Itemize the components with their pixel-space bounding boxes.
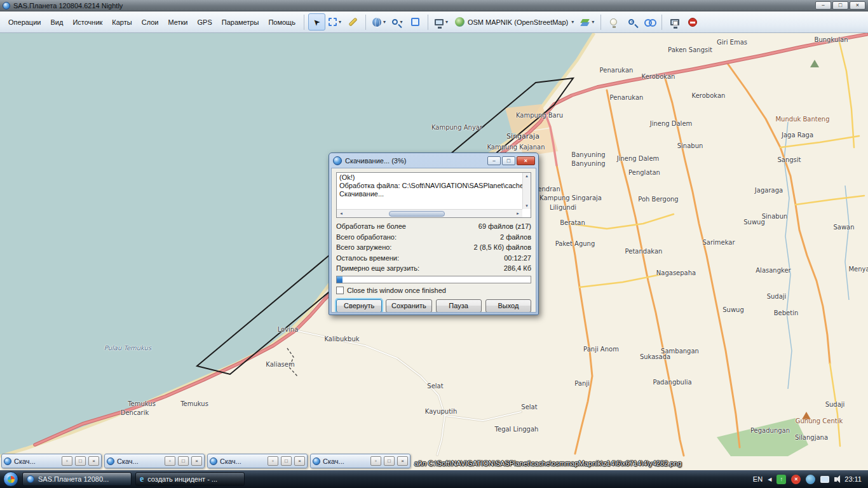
fullscreen-button[interactable] [407,13,424,30]
menu-item[interactable]: Слои [137,15,163,29]
collapse-button[interactable]: Свернуть [336,299,382,313]
download-dialog-title: Скачивание... (3%) [345,157,406,165]
link-button[interactable] [641,13,658,30]
menu-item[interactable]: GPS [193,15,217,29]
minimized-download-window[interactable]: Скач... ▫ □ × [310,454,410,468]
pause-button[interactable]: Пауза [436,299,482,313]
maximize-button[interactable]: □ [281,456,292,466]
map-place-label: Sudaji [825,401,845,408]
layers-icon [581,18,590,26]
minimized-download-window[interactable]: Скач... ▫ □ × [207,454,308,468]
status-log-text: айл C:\Soft\NAVIGATION\SASPlanet\cache\o… [414,459,682,467]
map-place-label: Jineng Dalem [650,120,693,127]
log-line: Скачивание... [339,190,521,198]
tray-display-icon[interactable] [820,476,829,483]
fill-map-button[interactable]: ▾ [432,13,451,30]
tray-network-icon[interactable] [806,475,815,484]
start-button[interactable] [3,471,18,487]
menu-item[interactable]: Вид [46,15,67,29]
maximize-button[interactable]: □ [178,456,189,466]
separator [600,15,601,30]
search-button[interactable]: ▾ [389,13,406,30]
maximize-button[interactable]: □ [832,1,848,10]
exit-button[interactable]: Выход [485,299,531,313]
scroll-left-icon[interactable]: ◄ [337,212,346,215]
save-button[interactable]: Сохранить [386,299,431,313]
show-hidden-icons-icon[interactable]: ◀ [768,477,771,482]
scrollbar-thumb[interactable] [389,211,445,217]
offline-mode-button[interactable] [684,13,701,30]
zoom-plus-icon [628,19,634,25]
tray-alert-icon[interactable]: × [791,475,801,484]
map-place-label: Sukasada [640,353,670,360]
close-button[interactable]: × [397,456,408,466]
dialog-maximize-button[interactable]: □ [502,156,515,165]
download-dialog-titlebar[interactable]: Скачивание... (3%) − □ × [331,155,536,168]
chevron-down-icon: ▾ [592,19,594,25]
stat-label: Примерно еще загрузить: [336,264,419,272]
close-when-finished-option[interactable]: Close this window once finished [336,286,531,295]
scroll-up-icon[interactable]: ▲ [525,174,529,178]
menu-item[interactable]: Параметры [217,15,264,29]
maximize-button[interactable]: □ [384,456,395,466]
zoom-in-button[interactable] [623,13,640,30]
tray-volume-icon[interactable] [834,477,837,482]
log-vertical-scrollbar[interactable]: ▲ ▼ [522,173,531,209]
selection-tool-button[interactable]: ▾ [326,13,344,30]
minimized-download-window[interactable]: Скач... ▫ □ × [1,454,102,468]
menu-item[interactable]: Операции [4,15,45,29]
map-place-label: Temukus [180,400,208,407]
clock[interactable]: 23:11 [844,475,862,483]
cached-view-button[interactable] [666,13,683,30]
layers-button[interactable]: ▾ [578,13,597,30]
close-when-finished-checkbox[interactable] [336,287,344,294]
close-button[interactable]: × [294,456,305,466]
taskbar-item-browser[interactable]: e создать инцидент - ... [135,472,245,486]
dialog-close-button[interactable]: × [517,156,535,165]
download-log[interactable]: (Ok!)Обработка файла: C:\Soft\NAVIGATION… [336,172,531,218]
map-place-label: Sawan [833,224,854,231]
taskbar-item-label: создать инцидент - ... [147,475,217,483]
pan-tool-button[interactable]: ➤ [308,13,325,30]
sas-planet-icon [4,458,11,465]
map-place-label: Kayuputih [425,408,458,415]
map-place-label: Jaga Raga [782,132,813,139]
close-button[interactable]: × [88,456,99,466]
map-source-select[interactable]: OSM MAPNIK (OpenStreetMap) ▾ [451,15,578,29]
stat-value: 2 файлов [500,233,531,241]
close-button[interactable]: × [850,1,865,10]
go-to-button[interactable]: ▾ [370,13,388,30]
measure-tool-button[interactable] [344,13,362,30]
menu-item[interactable]: Карты [107,15,136,29]
titlebar[interactable]: SAS.Планета 120804.6214 Nightly − □ × [0,0,868,11]
map-place-label: Pegadungan [750,427,790,434]
menu-item[interactable]: Источник [68,15,107,29]
restore-button[interactable]: ▫ [370,456,381,466]
progress-fill [337,276,342,283]
maximize-button[interactable]: □ [75,456,86,466]
chevron-down-icon: ▾ [383,19,386,25]
restore-button[interactable]: ▫ [268,456,278,466]
log-horizontal-scrollbar[interactable]: ◄ ► [337,209,522,217]
stat-value: 00:12:27 [504,254,531,262]
map-viewport[interactable]: Giri EmasPaken SangsitBungkulanPenarukan… [0,33,868,470]
scroll-right-icon[interactable]: ► [513,212,522,215]
language-indicator[interactable]: EN [753,475,763,483]
map-place-label: Kampung Kajanan [487,144,545,151]
restore-button[interactable]: ▫ [165,456,175,466]
download-dialog-body: (Ok!)Обработка файла: C:\Soft\NAVIGATION… [331,168,536,313]
taskbar-item-sasplanet[interactable]: SAS.Планета 12080... [22,472,132,486]
minimize-button[interactable]: − [815,1,831,10]
close-button[interactable]: × [191,456,202,466]
dialog-minimize-button[interactable]: − [487,156,501,165]
map-place-label: Silangjana [795,434,828,441]
restore-button[interactable]: ▫ [62,456,72,466]
map-place-label: Kerobokan [642,73,675,80]
menu-item[interactable]: Помощь [264,15,300,29]
placemarks-button[interactable] [605,13,622,30]
menu-item[interactable]: Метки [163,15,192,29]
map-place-label: Sinabun [762,213,788,220]
scroll-down-icon[interactable]: ▼ [525,204,529,208]
minimized-download-window[interactable]: Скач... ▫ □ × [104,454,205,468]
tray-update-icon[interactable]: ↑ [776,475,786,484]
